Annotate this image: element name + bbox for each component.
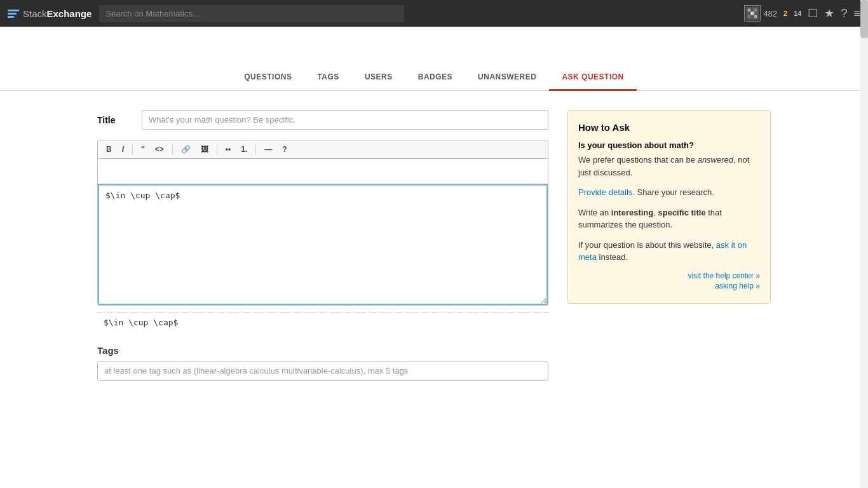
- toolbar-sep-2: [172, 144, 173, 154]
- svg-rect-5: [754, 15, 757, 18]
- sidebar-links: visit the help center » asking help »: [578, 271, 760, 290]
- search-bar[interactable]: [99, 5, 404, 22]
- nav-questions[interactable]: QUESTIONS: [231, 65, 304, 91]
- search-input[interactable]: [99, 5, 404, 22]
- svg-rect-3: [754, 9, 757, 12]
- editor-toolbar: B I " <> 🔗 🖼 •• 1. — ?: [98, 140, 548, 159]
- toolbar-blockquote[interactable]: ": [137, 143, 149, 156]
- toolbar-ordered-list[interactable]: 1.: [236, 143, 252, 156]
- title-label: Title: [97, 110, 142, 125]
- nav-ask-question[interactable]: ASK QUESTION: [549, 65, 636, 91]
- how-to-ask-para1: We prefer questions that can be answered…: [578, 154, 760, 179]
- nav-users[interactable]: USERS: [352, 65, 405, 91]
- logo[interactable]: StackExchange: [8, 8, 92, 19]
- user-avatar-block[interactable]: 482: [744, 5, 777, 22]
- toolbar-link[interactable]: 🔗: [177, 143, 195, 156]
- achievements-icon[interactable]: ★: [824, 6, 834, 20]
- editor-container: B I " <> 🔗 🖼 •• 1. — ? $\in \cup \cap$: [97, 140, 548, 306]
- main-content: Title B I " <> 🔗 🖼 •• 1. — ? $\i: [85, 110, 783, 381]
- help-icon[interactable]: ?: [841, 7, 847, 20]
- provide-details-link[interactable]: Provide details.: [578, 187, 635, 197]
- toolbar-sep-3: [217, 144, 217, 154]
- inbox-icon[interactable]: ☐: [808, 6, 818, 20]
- toolbar-image[interactable]: 🖼: [196, 143, 213, 156]
- menu-icon[interactable]: ≡: [853, 7, 860, 20]
- help-center-link[interactable]: visit the help center »: [578, 271, 760, 280]
- toolbar-hr[interactable]: —: [260, 143, 276, 156]
- toolbar-bold[interactable]: B: [102, 143, 116, 156]
- how-to-ask-para3: Write an interesting, specific title tha…: [578, 207, 760, 231]
- sidebar: How to Ask Is your question about math? …: [567, 110, 771, 381]
- how-to-ask-subtitle: Is your question about math?: [578, 140, 760, 150]
- scrollbar-track[interactable]: [860, 0, 868, 400]
- tags-section: Tags: [97, 345, 548, 381]
- how-to-ask-title: How to Ask: [578, 122, 760, 133]
- toolbar-sep-4: [255, 144, 256, 154]
- question-form: Title B I " <> 🔗 🖼 •• 1. — ? $\i: [97, 110, 548, 381]
- nav-badges[interactable]: BADGES: [405, 65, 465, 91]
- logo-text: StackExchange: [23, 8, 92, 19]
- toolbar-code[interactable]: <>: [151, 143, 168, 156]
- avatar: [744, 5, 761, 22]
- scrollbar-thumb[interactable]: [860, 0, 868, 38]
- nav-tags[interactable]: TAGS: [304, 65, 351, 91]
- editor-textarea[interactable]: $\in \cup \cap$: [98, 184, 548, 305]
- header-right: 482 2 14 ☐ ★ ? ≡: [744, 5, 860, 22]
- toolbar-unordered-list[interactable]: ••: [221, 143, 235, 156]
- editor-preview: $\in \cup \cap$: [97, 312, 548, 332]
- nav-unanswered[interactable]: UNANSWERED: [465, 65, 549, 91]
- reputation-score: 482: [763, 9, 777, 18]
- toolbar-help[interactable]: ?: [278, 143, 291, 156]
- svg-rect-2: [748, 9, 751, 12]
- header: StackExchange 482 2 14 ☐ ★ ?: [0, 0, 868, 27]
- toolbar-sep-1: [132, 144, 133, 154]
- how-to-ask-box: How to Ask Is your question about math? …: [567, 110, 771, 304]
- how-to-ask-para2: Provide details. Share your research.: [578, 186, 760, 199]
- asking-help-link[interactable]: asking help »: [578, 281, 760, 290]
- title-row: Title: [97, 110, 548, 130]
- stack-exchange-logo-icon: [8, 10, 19, 18]
- title-input[interactable]: [142, 110, 548, 130]
- svg-rect-4: [748, 15, 751, 18]
- editor-body-preview: [98, 159, 548, 184]
- tags-input[interactable]: [97, 361, 548, 381]
- svg-rect-6: [751, 11, 755, 15]
- nav: QUESTIONS TAGS USERS BADGES UNANSWERED A…: [0, 27, 868, 91]
- silver-badge-count: 14: [794, 10, 801, 17]
- gold-badge-count: 2: [783, 10, 787, 17]
- tags-label: Tags: [97, 345, 548, 356]
- how-to-ask-para4: If your question is about this website, …: [578, 239, 760, 264]
- toolbar-italic[interactable]: I: [118, 143, 128, 156]
